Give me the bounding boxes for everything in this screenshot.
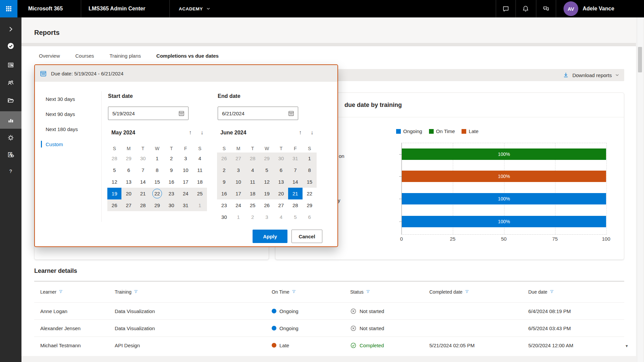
calendar-day[interactable]: 6 <box>121 164 136 176</box>
user-name[interactable]: Adele Vance <box>583 0 614 17</box>
legend-item-late[interactable]: Late <box>462 128 478 134</box>
calendar-day[interactable]: 28 <box>136 199 150 211</box>
calendar-day[interactable]: 7 <box>136 164 150 176</box>
apply-button[interactable]: Apply <box>253 230 287 243</box>
calendar-day[interactable]: 15 <box>150 176 164 188</box>
calendar-day[interactable]: 15 <box>303 176 317 188</box>
calendar-day[interactable]: 1 <box>303 153 317 164</box>
calendar-day[interactable]: 3 <box>260 211 274 223</box>
calendar-day[interactable]: 1 <box>231 211 245 223</box>
calendar-day[interactable]: 5 <box>107 164 121 176</box>
column-header-training[interactable]: Training <box>115 289 272 295</box>
calendar-day[interactable]: 13 <box>274 176 288 188</box>
calendar-day[interactable]: 28 <box>107 153 121 164</box>
calendar-day[interactable]: 9 <box>164 164 178 176</box>
filter-funnel-icon[interactable] <box>366 290 371 294</box>
column-header-completed-date[interactable]: Completed date <box>429 289 528 295</box>
calendar-day[interactable]: 9 <box>217 176 231 188</box>
calendar-day[interactable]: 1 <box>150 153 164 164</box>
filter-funnel-icon[interactable] <box>550 290 554 294</box>
calendar-day[interactable]: 31 <box>288 153 302 164</box>
chat-button[interactable] <box>496 0 516 17</box>
calendar-day[interactable]: 30 <box>164 199 178 211</box>
preset-next-90-days[interactable]: Next 90 days <box>46 110 75 118</box>
tab-completions-vs-due-dates[interactable]: Completions vs due dates <box>156 53 219 59</box>
calendar-day[interactable]: 30 <box>217 211 231 223</box>
sidebar-item-check-circle[interactable] <box>0 38 21 54</box>
calendar-day[interactable]: 18 <box>193 176 207 188</box>
column-header-due-date[interactable]: Due date <box>528 289 624 295</box>
calendar-day[interactable]: 23 <box>217 199 231 211</box>
column-header-on-time[interactable]: On Time <box>272 289 350 295</box>
filter-funnel-icon[interactable] <box>292 290 297 294</box>
filter-funnel-icon[interactable] <box>59 290 63 294</box>
tab-courses[interactable]: Courses <box>75 53 94 59</box>
filter-funnel-icon[interactable] <box>465 290 470 294</box>
feedback-button[interactable] <box>536 0 556 17</box>
calendar-icon[interactable] <box>178 110 185 117</box>
calendar-day[interactable]: 29 <box>150 199 164 211</box>
tenant-selector[interactable]: ACADEMY <box>179 0 211 17</box>
calendar-day[interactable]: 20 <box>274 188 288 199</box>
calendar-day[interactable]: 14 <box>288 176 302 188</box>
calendar-day[interactable]: 30 <box>136 153 150 164</box>
preset-next-180-days[interactable]: Next 180 days <box>46 125 78 133</box>
calendar-day[interactable]: 17 <box>231 188 245 199</box>
calendar-day[interactable]: 10 <box>231 176 245 188</box>
calendar-day[interactable]: 31 <box>178 199 193 211</box>
sidebar-item-chevron-right[interactable] <box>0 21 21 38</box>
calendar-day[interactable]: 24 <box>231 199 245 211</box>
calendar-day[interactable]: 3 <box>178 153 193 164</box>
calendar-day[interactable]: 27 <box>274 199 288 211</box>
calendar-day[interactable]: 28 <box>288 199 302 211</box>
calendar-day[interactable]: 30 <box>274 153 288 164</box>
preset-custom[interactable]: Custom <box>46 140 63 148</box>
sidebar-item-news[interactable] <box>0 57 21 73</box>
calendar-day[interactable]: 20 <box>121 188 136 199</box>
sidebar-item-admin-a[interactable]: A <box>0 146 21 163</box>
calendar-day[interactable]: 10 <box>178 164 193 176</box>
notifications-button[interactable] <box>516 0 536 17</box>
prev-month-arrow[interactable]: ↑ <box>299 129 302 136</box>
tab-training-plans[interactable]: Training plans <box>109 53 141 59</box>
calendar-day[interactable]: 5 <box>288 211 302 223</box>
scroll-down-arrow[interactable]: ▼ <box>625 344 629 348</box>
calendar-day[interactable]: 17 <box>178 176 193 188</box>
calendar-day[interactable]: 16 <box>217 188 231 199</box>
preset-next-30-days[interactable]: Next 30 days <box>46 95 75 103</box>
calendar-day[interactable]: 29 <box>303 199 317 211</box>
calendar-day[interactable]: 21 <box>136 188 150 199</box>
calendar-day[interactable]: 22 <box>303 188 317 199</box>
sidebar-item-folder-open[interactable] <box>0 92 21 109</box>
column-header-status[interactable]: Status <box>350 289 429 295</box>
next-month-arrow[interactable]: ↓ <box>311 129 314 136</box>
calendar-day[interactable]: 29 <box>260 153 274 164</box>
calendar-day[interactable]: 8 <box>303 164 317 176</box>
calendar-day[interactable]: 2 <box>217 164 231 176</box>
vertical-scrollbar[interactable] <box>637 17 643 362</box>
calendar-day[interactable]: 23 <box>164 188 178 199</box>
calendar-day[interactable]: 4 <box>193 153 207 164</box>
calendar-day[interactable]: 26 <box>260 199 274 211</box>
calendar-day[interactable]: 27 <box>231 153 245 164</box>
calendar-day[interactable]: 19 <box>260 188 274 199</box>
legend-item-ongoing[interactable]: Ongoing <box>396 128 422 134</box>
app-launcher-button[interactable] <box>0 0 17 17</box>
download-reports-button[interactable]: Download reports <box>562 72 620 78</box>
calendar-day[interactable]: 6 <box>274 164 288 176</box>
calendar-day[interactable]: 11 <box>246 176 260 188</box>
calendar-day[interactable]: 26 <box>107 199 121 211</box>
calendar-day[interactable]: 28 <box>246 153 260 164</box>
calendar-day[interactable]: 12 <box>107 176 121 188</box>
calendar-day[interactable]: 8 <box>150 164 164 176</box>
column-header-learner[interactable]: Learner <box>40 289 115 295</box>
sidebar-item-gear[interactable] <box>0 129 21 146</box>
calendar-day[interactable]: 25 <box>193 188 207 199</box>
due-date-filter-header[interactable]: Due date: 5/19/2024 - 6/21/2024 <box>35 65 337 82</box>
calendar-day[interactable]: 12 <box>260 176 274 188</box>
prev-month-arrow[interactable]: ↑ <box>189 129 192 136</box>
calendar-day[interactable]: 4 <box>274 211 288 223</box>
calendar-day[interactable]: 25 <box>246 199 260 211</box>
sidebar-item-question[interactable]: ? <box>0 163 21 180</box>
calendar-day[interactable]: 2 <box>164 153 178 164</box>
